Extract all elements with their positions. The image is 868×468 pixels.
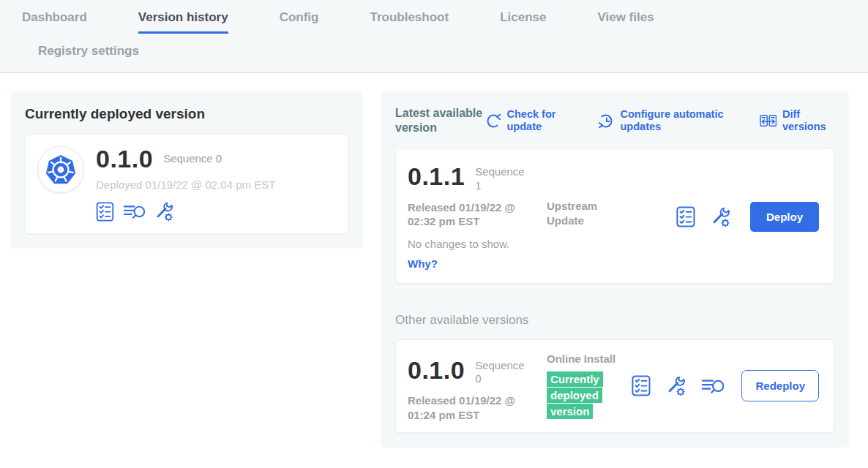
other-version-card: 0.1.0 Sequence 0 Released 01/19/22 @ 01:… <box>395 339 834 434</box>
no-changes-text: No changes to show. <box>408 238 547 250</box>
other-card-actions: Redeploy <box>632 370 819 401</box>
other-version-number: 0.1.0 <box>408 358 465 382</box>
deploy-button[interactable]: Deploy <box>750 202 819 232</box>
tab-troubleshoot[interactable]: Troubleshoot <box>370 10 449 31</box>
nav-row-2: Registry settings <box>0 44 868 65</box>
app-logo <box>37 146 84 193</box>
other-version-info: 0.1.0 Sequence 0 Released 01/19/22 @ 01:… <box>408 350 547 423</box>
other-sequence: Sequence 0 <box>475 359 528 387</box>
deployed-timestamp: Deployed 01/19/22 @ 02:04 pm EST <box>96 178 275 191</box>
other-source-type: Online Install Currently deployed versio… <box>547 350 632 423</box>
preflight-checks-icon[interactable] <box>96 202 114 222</box>
redeploy-button[interactable]: Redeploy <box>741 370 819 401</box>
deployed-version-card: 0.1.0 Sequence 0 Deployed 01/19/22 @ 02:… <box>25 134 348 234</box>
tab-registry-settings[interactable]: Registry settings <box>38 44 868 65</box>
latest-released-timestamp: Released 01/19/22 @ 02:32 pm EST <box>408 200 525 229</box>
currently-deployed-badge: Currently deployed version <box>547 371 607 419</box>
latest-version-header: Latest available version Check for updat… <box>395 106 834 135</box>
main-content: Currently deployed version 0.1.0 Sequenc… <box>0 73 868 448</box>
tab-dashboard[interactable]: Dashboard <box>22 10 87 31</box>
tab-version-history[interactable]: Version history <box>138 10 228 34</box>
check-for-update-link[interactable]: Check for update <box>484 108 569 134</box>
other-released-timestamp: Released 01/19/22 @ 01:24 pm EST <box>408 393 525 422</box>
edit-config-icon[interactable] <box>665 375 686 396</box>
edit-config-icon[interactable] <box>710 206 731 227</box>
latest-version-number: 0.1.1 <box>408 164 465 189</box>
deploy-logs-icon[interactable] <box>123 203 145 219</box>
preflight-checks-icon[interactable] <box>676 206 695 227</box>
deployed-version-info: 0.1.0 Sequence 0 Deployed 01/19/22 @ 02:… <box>96 146 275 222</box>
auto-update-clock-icon <box>598 113 615 129</box>
configure-automatic-updates-link[interactable]: Configure automatic updates <box>598 108 730 134</box>
tab-config[interactable]: Config <box>280 10 319 31</box>
deployed-sequence: Sequence 0 <box>163 152 222 166</box>
latest-available-title: Latest available version <box>395 106 484 135</box>
currently-deployed-panel: Currently deployed version 0.1.0 Sequenc… <box>10 91 363 249</box>
why-link[interactable]: Why? <box>408 257 547 270</box>
tab-license[interactable]: License <box>500 10 546 31</box>
top-nav: Dashboard Version history Config Trouble… <box>0 0 868 73</box>
configure-automatic-updates-label: Configure automatic updates <box>621 108 730 134</box>
latest-version-info: 0.1.1 Sequence 1 Released 01/19/22 @ 02:… <box>408 164 547 270</box>
edit-config-icon[interactable] <box>154 201 174 222</box>
deployed-version-number: 0.1.0 <box>96 146 153 171</box>
preflight-checks-icon[interactable] <box>632 375 651 396</box>
latest-card-actions: Deploy <box>676 202 819 232</box>
diff-versions-label: Diff versions <box>782 108 834 134</box>
latest-version-card: 0.1.1 Sequence 1 Released 01/19/22 @ 02:… <box>395 148 834 284</box>
refresh-arrow-icon <box>484 113 501 129</box>
kubernetes-icon <box>45 154 77 186</box>
diff-versions-link[interactable]: Diff versions <box>760 108 835 134</box>
nav-row-1: Dashboard Version history Config Trouble… <box>0 10 868 34</box>
diff-columns-icon <box>760 113 777 129</box>
other-versions-title: Other available versions <box>395 313 834 328</box>
check-for-update-label: Check for update <box>507 108 569 134</box>
currently-deployed-title: Currently deployed version <box>25 106 348 122</box>
latest-source-type: Upstream Update <box>547 164 676 270</box>
deployed-card-actions <box>96 201 275 222</box>
deploy-logs-icon[interactable] <box>701 377 724 394</box>
available-versions-panel: Latest available version Check for updat… <box>381 91 849 448</box>
latest-sequence: Sequence 1 <box>475 165 528 193</box>
tab-view-files[interactable]: View files <box>597 10 654 31</box>
